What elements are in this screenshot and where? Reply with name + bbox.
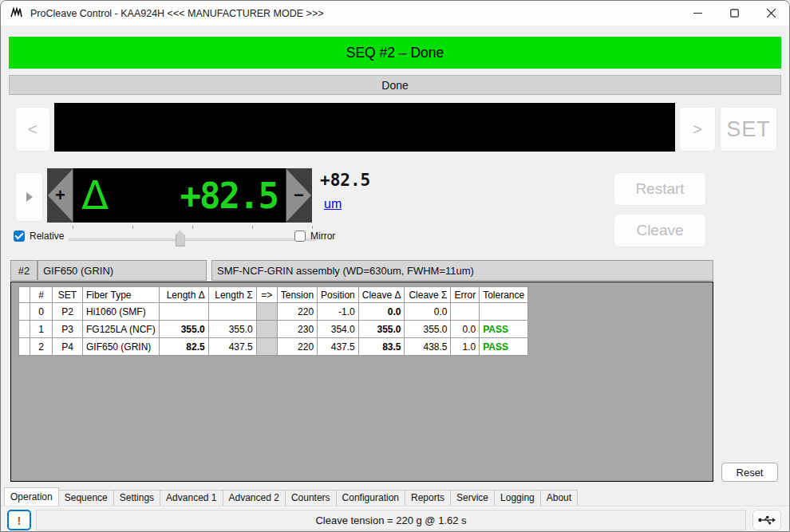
table-cell[interactable] xyxy=(256,303,277,321)
minimize-button[interactable] xyxy=(679,1,716,26)
table-cell[interactable]: 1 xyxy=(30,321,53,338)
step-size-slider[interactable] xyxy=(69,226,316,246)
table-cell[interactable]: 354.0 xyxy=(318,321,359,338)
tabstrip: OperationSequenceSettingsAdvanced 1Advan… xyxy=(4,487,577,506)
table-cell[interactable]: -1.0 xyxy=(318,303,359,321)
table-cell[interactable]: 355.0 xyxy=(159,321,208,338)
table-cell[interactable]: Hi1060 (SMF) xyxy=(83,303,160,321)
app-logo-icon xyxy=(10,6,23,20)
table-cell[interactable]: 437.5 xyxy=(208,338,256,356)
column-header[interactable]: Length Σ xyxy=(208,287,256,303)
table-cell[interactable]: P2 xyxy=(53,303,83,321)
table-cell[interactable] xyxy=(159,303,208,321)
table-row[interactable]: 2P4GIF650 (GRIN)82.5437.5220437.583.5438… xyxy=(19,338,528,356)
table-cell[interactable]: 0.0 xyxy=(451,321,480,338)
tab-configuration[interactable]: Configuration xyxy=(336,490,405,506)
table-row[interactable]: 0P2Hi1060 (SMF)220-1.00.00.0 xyxy=(19,303,528,321)
table-cell[interactable]: 220 xyxy=(277,303,317,321)
table-cell[interactable]: 220 xyxy=(277,338,317,356)
tab-advanced-1[interactable]: Advanced 1 xyxy=(160,490,223,506)
table-cell[interactable]: 438.5 xyxy=(405,338,451,356)
slider-track xyxy=(69,238,316,241)
tab-about[interactable]: About xyxy=(540,490,578,506)
table-cell[interactable]: 355.0 xyxy=(208,321,256,338)
table-cell[interactable]: 437.5 xyxy=(318,338,359,356)
tab-service[interactable]: Service xyxy=(450,490,495,506)
slider-thumb[interactable] xyxy=(176,231,185,246)
delta-lcd-display: + Δ +82.5 − xyxy=(47,168,312,223)
advance-button[interactable] xyxy=(15,172,43,222)
slider-tick xyxy=(192,226,193,229)
delta-readout: +82.5 xyxy=(320,171,370,190)
tab-settings[interactable]: Settings xyxy=(113,490,160,506)
column-header[interactable]: Tension xyxy=(277,287,317,303)
table-cell[interactable]: 0.0 xyxy=(405,303,451,321)
tab-advanced-2[interactable]: Advanced 2 xyxy=(223,490,286,506)
tab-counters[interactable]: Counters xyxy=(285,490,337,506)
row-selector-header xyxy=(19,287,30,303)
tab-reports[interactable]: Reports xyxy=(405,490,451,506)
next-button[interactable]: > xyxy=(679,107,716,152)
table-cell[interactable]: PASS xyxy=(480,321,528,338)
row-selector-cell[interactable] xyxy=(19,338,30,356)
checkbox-checked-icon xyxy=(14,231,25,242)
close-button[interactable] xyxy=(752,1,789,26)
plus-icon: + xyxy=(47,168,73,223)
reset-button[interactable]: Reset xyxy=(721,463,778,482)
restart-button[interactable]: Restart xyxy=(614,172,706,206)
row-selector-cell[interactable] xyxy=(19,321,30,338)
table-cell[interactable]: PASS xyxy=(480,338,528,356)
table-cell[interactable] xyxy=(480,303,528,321)
table-cell[interactable]: GIF650 (GRIN) xyxy=(83,338,160,356)
tab-sequence[interactable]: Sequence xyxy=(58,490,114,506)
tab-operation[interactable]: Operation xyxy=(4,487,59,506)
table-cell[interactable]: 0.0 xyxy=(358,303,405,321)
table-cell[interactable]: 1.0 xyxy=(451,338,480,356)
table-cell[interactable]: 0 xyxy=(30,303,53,321)
table-cell[interactable]: 355.0 xyxy=(405,321,451,338)
prev-button[interactable]: < xyxy=(15,107,50,152)
usb-connection-button[interactable] xyxy=(752,510,781,530)
delta-symbol: Δ xyxy=(81,175,109,215)
column-header[interactable]: # xyxy=(30,287,53,303)
maximize-button[interactable] xyxy=(716,1,752,26)
column-header[interactable]: Position xyxy=(318,287,359,303)
sequence-number: #2 xyxy=(10,260,38,281)
column-header[interactable]: SET xyxy=(53,287,83,303)
cleave-button[interactable]: Cleave xyxy=(614,214,706,247)
sequence-status-banner: SEQ #2 – Done xyxy=(9,37,781,69)
set-button[interactable]: SET xyxy=(720,107,777,152)
table-cell[interactable]: 355.0 xyxy=(358,321,405,338)
table-cell[interactable]: 230 xyxy=(277,321,317,338)
increment-button[interactable]: + xyxy=(47,168,73,223)
column-header[interactable]: Cleave Δ xyxy=(358,287,405,303)
table-cell[interactable]: P4 xyxy=(53,338,83,356)
column-header[interactable]: Tolerance xyxy=(480,287,528,303)
table-cell[interactable]: 83.5 xyxy=(358,338,405,356)
table-cell[interactable]: 82.5 xyxy=(159,338,208,356)
unit-link[interactable]: um xyxy=(324,197,342,211)
table-cell[interactable]: P3 xyxy=(53,321,83,338)
table-cell[interactable] xyxy=(451,303,480,321)
relative-checkbox[interactable]: Relative xyxy=(14,231,64,242)
decrement-button[interactable]: − xyxy=(286,168,312,223)
column-header[interactable]: Fiber Type xyxy=(83,287,160,303)
column-header[interactable]: => xyxy=(256,287,277,303)
lcd-value: +82.5 xyxy=(180,175,278,216)
table-row[interactable]: 1P3FG125LA (NCF)355.0355.0230354.0355.03… xyxy=(19,321,528,338)
table-cell[interactable]: FG125LA (NCF) xyxy=(83,321,160,338)
usb-icon xyxy=(758,515,776,525)
row-selector-cell[interactable] xyxy=(19,303,30,321)
table-cell[interactable] xyxy=(208,303,256,321)
column-header[interactable]: Cleave Σ xyxy=(405,287,451,303)
table-cell[interactable]: 2 xyxy=(30,338,53,356)
results-panel: #SETFiber TypeLength ΔLength Σ=>TensionP… xyxy=(10,282,713,482)
alert-button[interactable]: ! xyxy=(7,510,31,530)
table-cell[interactable] xyxy=(256,321,277,338)
mirror-checkbox[interactable]: Mirror xyxy=(294,231,335,242)
app-window: ProCleave Control - KAA924H <<< MANUFACT… xyxy=(0,0,790,532)
table-cell[interactable] xyxy=(256,338,277,356)
column-header[interactable]: Length Δ xyxy=(159,287,208,303)
column-header[interactable]: Error xyxy=(451,287,480,303)
tab-logging[interactable]: Logging xyxy=(494,490,541,506)
